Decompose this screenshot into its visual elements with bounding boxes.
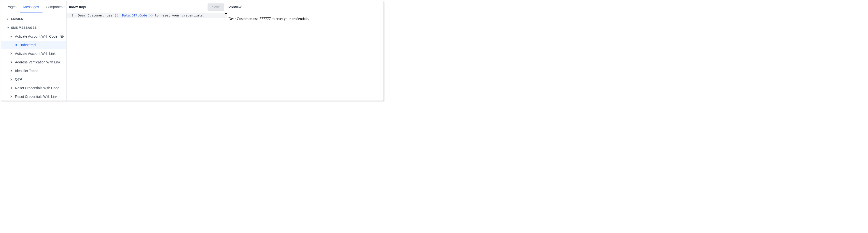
active-dot-icon [16,44,17,46]
tree-folder-identifier-taken[interactable]: Identifier Taken [1,67,66,75]
tab-components[interactable]: Components [42,1,69,13]
tree-file-index-tmpl[interactable]: index.tmpl [1,41,66,50]
tab-pages[interactable]: Pages [1,1,20,13]
tree-folder-label: OTP [15,78,66,81]
sidebar: Pages Messages Components EMAILS SMS MES… [1,1,67,100]
tree-group-label: EMAILS [11,17,23,21]
tree-folder-activate-account-with-link[interactable]: Activate Account With Link [1,50,66,58]
tree-folder-activate-account-with-code[interactable]: Activate Account With Code [1,32,66,41]
tree-group-sms[interactable]: SMS MESSAGES [1,23,66,32]
chevron-right-icon [10,95,15,98]
editor-header: index.tmpl Save [67,1,227,13]
tree-folder-label: Address Verification With Link [15,60,66,64]
chevron-down-icon [7,27,11,29]
svg-point-0 [61,36,62,37]
tree-folder-reset-credentials-with-link[interactable]: Reset Credentials With Link [1,92,66,100]
code-line: 1 Dear Customer, use {{ .Data.OTP.Code }… [67,13,227,18]
chevron-right-icon [10,87,15,89]
chevron-right-icon [10,78,15,81]
tree-folder-label: Identifier Taken [15,69,66,73]
tree-folder-label: Activate Account With Code [15,34,60,38]
tab-label: Pages [7,5,17,9]
tab-label: Components [46,5,65,9]
sidebar-tabs: Pages Messages Components [1,1,66,13]
tree-group-label: SMS MESSAGES [11,26,37,29]
tree-folder-label: Activate Account With Link [15,52,66,56]
tree-folder-otp[interactable]: OTP [1,75,66,84]
tree-folder-reset-credentials-with-code[interactable]: Reset Credentials With Code [1,84,66,92]
app-frame: Pages Messages Components EMAILS SMS MES… [1,1,384,101]
chevron-right-icon [10,52,15,55]
tree-folder-label: Reset Credentials With Link [15,95,66,98]
tree-folder-address-verification-with-link[interactable]: Address Verification With Link [1,58,66,67]
preview-title: Preview [228,5,242,9]
eye-icon[interactable] [60,34,66,38]
save-button[interactable]: Save [208,3,224,11]
chevron-right-icon [10,61,15,63]
tab-label: Messages [23,5,39,9]
sidebar-tree: EMAILS SMS MESSAGES Activate Account Wit… [1,13,66,100]
line-number: 1 [67,13,78,18]
chevron-down-icon [10,35,15,38]
chevron-right-icon [7,18,11,20]
tree-file-label: index.tmpl [21,43,36,47]
code-editor[interactable]: 1 Dear Customer, use {{ .Data.OTP.Code }… [67,13,227,100]
editor-filename: index.tmpl [69,5,86,9]
code-content: Dear Customer, use {{ .Data.OTP.Code }} … [78,13,205,18]
preview-text: Dear Customer, use 777777 to reset your … [228,17,309,21]
preview-header: Preview [227,1,383,13]
editor-pane: index.tmpl Save 1 Dear Customer, use {{ … [67,1,227,100]
tab-messages[interactable]: Messages [20,1,42,13]
chevron-right-icon [10,69,15,72]
tree-group-emails[interactable]: EMAILS [1,14,66,23]
tree-folder-label: Reset Credentials With Code [15,86,66,90]
preview-body: Dear Customer, use 777777 to reset your … [227,13,383,24]
cursor-marker [225,13,227,14]
preview-pane: Preview Dear Customer, use 777777 to res… [227,1,383,100]
